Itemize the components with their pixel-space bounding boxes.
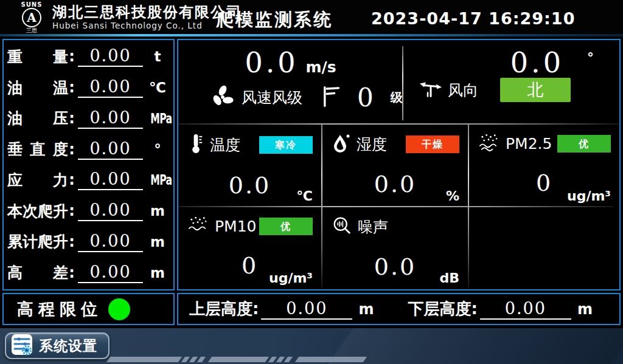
sensor-row-weight: 重量 : 0.00 t bbox=[7, 41, 170, 72]
sensor-unit: MPa bbox=[150, 111, 172, 126]
footer-bar: 系统设置 bbox=[0, 328, 623, 364]
wind-speed-value: 0.0 bbox=[245, 46, 298, 79]
header: SUNS A 三思 湖北三思科技股份有限公司 Hubei Sansi Techn… bbox=[0, 0, 623, 36]
header-divider bbox=[0, 34, 623, 36]
sensor-label: 累计爬升 bbox=[7, 232, 68, 252]
sensor-label: 垂直度 bbox=[7, 139, 68, 159]
logo-ring: A bbox=[22, 8, 41, 27]
wind-level-unit: 级 bbox=[391, 89, 403, 106]
noise-icon bbox=[332, 216, 352, 238]
thermometer-icon bbox=[188, 133, 204, 156]
sensor-unit: t bbox=[145, 49, 170, 64]
wind-level-value: 0 bbox=[357, 83, 374, 112]
sensor-unit: ℃ bbox=[145, 80, 170, 95]
sensor-value: 0.00 bbox=[78, 170, 143, 190]
sensor-row-stress: 应力 : 0.00 MPa bbox=[7, 165, 170, 196]
lower-height-value: 0.00 bbox=[480, 299, 571, 320]
pm25-label: PM2.5 bbox=[506, 135, 552, 153]
pm25-unit: ug/m³ bbox=[567, 188, 611, 204]
dust-icon bbox=[479, 133, 499, 154]
sensor-value: 0.00 bbox=[78, 108, 143, 129]
temperature-label: 温度 bbox=[210, 135, 240, 155]
fan-icon bbox=[210, 84, 235, 112]
layer-heights-box: 上层高度: 0.00 m 下层高度: 0.00 m bbox=[177, 293, 621, 325]
company-name-en: Hubei Sansi Technology Co., Ltd bbox=[52, 21, 242, 30]
system-settings-button[interactable]: 系统设置 bbox=[5, 332, 110, 359]
climbing-formwork-monitor-screen: SUNS A 三思 湖北三思科技股份有限公司 Hubei Sansi Techn… bbox=[0, 0, 623, 364]
temperature-status-badge: 寒冷 bbox=[259, 136, 313, 154]
sensor-value: 0.00 bbox=[78, 232, 143, 252]
sensor-label: 重量 bbox=[7, 47, 68, 67]
droplet-icon bbox=[332, 133, 350, 155]
wind-direction-unit: ° bbox=[587, 50, 594, 65]
sensor-value: 0.00 bbox=[78, 139, 143, 160]
pm10-unit: ug/m³ bbox=[269, 270, 313, 286]
page-title: 爬模监测系统 bbox=[216, 8, 333, 32]
wind-direction-label: 风向 bbox=[448, 80, 478, 100]
footer-decoration bbox=[328, 328, 623, 364]
wind-direction-value: 0.0 bbox=[510, 49, 564, 77]
pm10-cell: PM10 优 0 ug/m³ bbox=[178, 207, 321, 288]
sensor-value: 0.00 bbox=[78, 77, 143, 98]
upper-height-label: 上层高度: bbox=[189, 298, 259, 320]
settings-sliders-icon bbox=[11, 334, 33, 358]
dust-icon bbox=[188, 216, 209, 236]
upper-height-group: 上层高度: 0.00 m bbox=[189, 298, 390, 320]
logo-top-text: SUNS bbox=[16, 1, 47, 8]
sensor-readout-panel: 重量 : 0.00 t 油温 : 0.00 ℃ 油压 : 0.00 MPa 垂直… bbox=[2, 39, 175, 290]
company-name-cn: 湖北三思科技股份有限公司 bbox=[52, 4, 242, 21]
wind-level-flag-icon bbox=[321, 84, 341, 111]
noise-cell: 噪声 0.0 dB bbox=[322, 207, 468, 288]
sensor-value: 0.00 bbox=[78, 201, 143, 221]
pm25-cell: PM2.5 优 0 ug/m³ bbox=[469, 125, 619, 206]
pm10-label: PM10 bbox=[215, 218, 256, 235]
sensor-row-oil-temp: 油温 : 0.00 ℃ bbox=[7, 72, 170, 103]
elevation-limit-label: 高程限位 bbox=[17, 298, 102, 320]
sensor-unit: m bbox=[145, 203, 170, 219]
logo-bottom-text: 三思 bbox=[16, 27, 47, 33]
pm10-status-badge: 优 bbox=[259, 218, 313, 235]
sensor-value: 0.00 bbox=[78, 46, 143, 67]
datetime-display: 2023-04-17 16:29:10 bbox=[371, 9, 575, 28]
sensor-unit: m bbox=[145, 234, 170, 250]
elevation-limit-status-light bbox=[108, 298, 130, 320]
sensor-label: 本次爬升 bbox=[7, 201, 68, 221]
sensor-value: 0.00 bbox=[78, 263, 143, 283]
settings-button-label: 系统设置 bbox=[39, 337, 97, 355]
sensor-unit: m bbox=[145, 265, 170, 281]
upper-height-unit: m bbox=[358, 301, 374, 318]
sensor-label: 油压 bbox=[7, 108, 68, 128]
wind-direction-button[interactable]: 北 bbox=[500, 78, 571, 102]
pm25-status-badge: 优 bbox=[557, 135, 611, 153]
wind-section-divider bbox=[402, 46, 403, 120]
lower-height-group: 下层高度: 0.00 m bbox=[408, 298, 609, 320]
sensor-row-total-climb: 累计爬升 : 0.00 m bbox=[7, 227, 170, 258]
upper-height-value: 0.00 bbox=[261, 299, 352, 320]
lower-height-label: 下层高度: bbox=[408, 298, 478, 320]
humidity-unit: % bbox=[446, 188, 459, 204]
sensor-label: 高差 bbox=[7, 263, 68, 283]
sensor-row-verticality: 垂直度 : 0.00 ° bbox=[7, 134, 170, 165]
wind-direction-section: 0.0 ° bbox=[404, 40, 619, 123]
temperature-cell: 温度 寒冷 0.0 ℃ bbox=[178, 125, 321, 206]
sensor-label: 应力 bbox=[7, 170, 68, 190]
wind-speed-unit: m/s bbox=[306, 58, 336, 76]
sensor-row-oil-pressure: 油压 : 0.00 MPa bbox=[7, 103, 170, 134]
lower-height-unit: m bbox=[577, 301, 593, 318]
sensor-row-current-climb: 本次爬升 : 0.00 m bbox=[7, 196, 170, 227]
company-name: 湖北三思科技股份有限公司 Hubei Sansi Technology Co.,… bbox=[52, 4, 242, 30]
sensor-label: 油温 bbox=[7, 78, 68, 98]
wind-vane-icon bbox=[419, 78, 443, 102]
sensor-unit: MPa bbox=[150, 172, 172, 188]
humidity-cell: 湿度 干燥 0.0 % bbox=[322, 125, 468, 206]
sensor-row-height-diff: 高差 : 0.00 m bbox=[7, 257, 170, 288]
temperature-unit: ℃ bbox=[296, 188, 313, 204]
wind-speed-section: 0.0 m/s 风速风级 bbox=[178, 40, 403, 123]
humidity-status-badge: 干燥 bbox=[406, 136, 459, 153]
footer-stripe-decoration bbox=[108, 357, 365, 362]
humidity-label: 湿度 bbox=[357, 134, 387, 154]
sensor-unit: ° bbox=[145, 142, 170, 157]
environment-panel: 0.0 m/s 风速风级 bbox=[177, 39, 621, 290]
noise-unit: dB bbox=[439, 270, 459, 286]
wind-speed-label: 风速风级 bbox=[242, 88, 302, 108]
